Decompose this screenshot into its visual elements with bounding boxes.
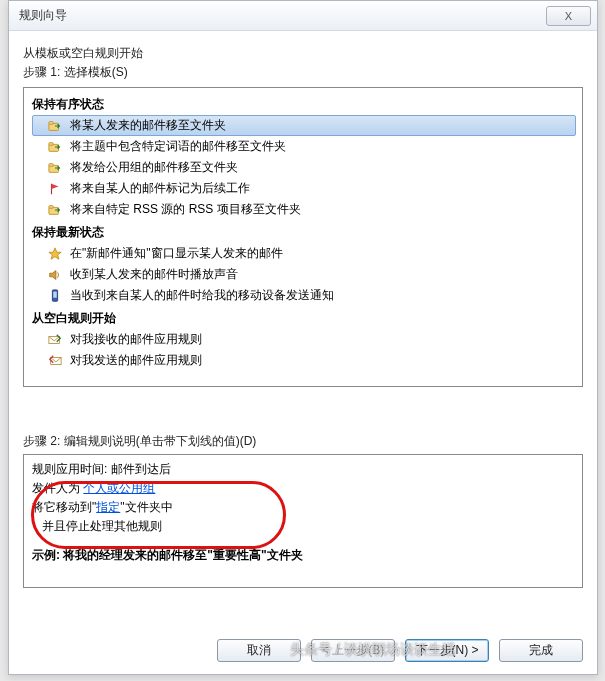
- template-item[interactable]: 对我接收的邮件应用规则: [32, 329, 576, 350]
- star-icon: [46, 246, 64, 262]
- template-item-label: 对我接收的邮件应用规则: [70, 331, 202, 348]
- desc-example: 示例: 将我的经理发来的邮件移至"重要性高"文件夹: [32, 546, 574, 565]
- template-item-label: 在"新邮件通知"窗口显示某人发来的邮件: [70, 245, 283, 262]
- step1-label: 步骤 1: 选择模板(S): [23, 64, 583, 81]
- group-header: 保持有序状态: [32, 96, 576, 113]
- finish-button[interactable]: 完成: [499, 639, 583, 662]
- button-bar: 取消 < 上一步(B) 下一步(N) > 完成: [217, 639, 583, 662]
- template-item-label: 对我发送的邮件应用规则: [70, 352, 202, 369]
- step2-label: 步骤 2: 编辑规则说明(单击带下划线的值)(D): [23, 433, 583, 450]
- desc-stop: 并且停止处理其他规则: [32, 517, 574, 536]
- template-item[interactable]: 将主题中包含特定词语的邮件移至文件夹: [32, 136, 576, 157]
- template-item-label: 将来自某人的邮件标记为后续工作: [70, 180, 250, 197]
- cancel-button[interactable]: 取消: [217, 639, 301, 662]
- template-item[interactable]: 当收到来自某人的邮件时给我的移动设备发送通知: [32, 285, 576, 306]
- template-item[interactable]: 将某人发来的邮件移至文件夹: [32, 115, 576, 136]
- template-item[interactable]: 将发给公用组的邮件移至文件夹: [32, 157, 576, 178]
- desc-from: 发件人为 个人或公用组: [32, 479, 574, 498]
- template-item-label: 将发给公用组的邮件移至文件夹: [70, 159, 238, 176]
- titlebar: 规则向导 X: [9, 1, 597, 31]
- template-listbox[interactable]: 保持有序状态将某人发来的邮件移至文件夹将主题中包含特定词语的邮件移至文件夹将发给…: [23, 87, 583, 387]
- template-item[interactable]: 在"新邮件通知"窗口显示某人发来的邮件: [32, 243, 576, 264]
- template-item-label: 收到某人发来的邮件时播放声音: [70, 266, 238, 283]
- group-header: 从空白规则开始: [32, 310, 576, 327]
- back-button[interactable]: < 上一步(B): [311, 639, 395, 662]
- template-item-label: 将来自特定 RSS 源的 RSS 项目移至文件夹: [70, 201, 301, 218]
- client-area: 从模板或空白规则开始 步骤 1: 选择模板(S) 保持有序状态将某人发来的邮件移…: [9, 31, 597, 598]
- folder-move-icon: [46, 160, 64, 176]
- template-item[interactable]: 对我发送的邮件应用规则: [32, 350, 576, 371]
- rules-wizard-window: 规则向导 X 从模板或空白规则开始 步骤 1: 选择模板(S) 保持有序状态将某…: [8, 0, 598, 675]
- svg-rect-1: [49, 121, 53, 124]
- template-item[interactable]: 将来自特定 RSS 源的 RSS 项目移至文件夹: [32, 199, 576, 220]
- link-specified-folder[interactable]: 指定: [96, 500, 120, 514]
- mail-out-icon: [46, 353, 64, 369]
- template-item-label: 当收到来自某人的邮件时给我的移动设备发送通知: [70, 287, 334, 304]
- folder-move-icon: [46, 118, 64, 134]
- template-item-label: 将某人发来的邮件移至文件夹: [70, 117, 226, 134]
- folder-move-icon: [46, 139, 64, 155]
- mobile-icon: [46, 288, 64, 304]
- desc-when: 规则应用时间: 邮件到达后: [32, 460, 574, 479]
- template-item[interactable]: 将来自某人的邮件标记为后续工作: [32, 178, 576, 199]
- intro-text: 从模板或空白规则开始: [23, 45, 583, 62]
- svg-rect-3: [49, 142, 53, 145]
- window-title: 规则向导: [19, 7, 546, 24]
- template-item-label: 将主题中包含特定词语的邮件移至文件夹: [70, 138, 286, 155]
- flag-icon: [46, 181, 64, 197]
- template-item[interactable]: 收到某人发来的邮件时播放声音: [32, 264, 576, 285]
- desc-moveto: 将它移动到"指定"文件夹中: [32, 498, 574, 517]
- link-people-or-group[interactable]: 个人或公用组: [83, 481, 155, 495]
- group-header: 保持最新状态: [32, 224, 576, 241]
- folder-move-icon: [46, 202, 64, 218]
- svg-rect-5: [49, 163, 53, 166]
- close-button[interactable]: X: [546, 6, 591, 26]
- svg-rect-9: [53, 291, 57, 297]
- mail-in-icon: [46, 332, 64, 348]
- rule-description-box: 规则应用时间: 邮件到达后 发件人为 个人或公用组 将它移动到"指定"文件夹中 …: [23, 454, 583, 588]
- svg-rect-7: [49, 205, 53, 208]
- sound-icon: [46, 267, 64, 283]
- next-button[interactable]: 下一步(N) >: [405, 639, 489, 662]
